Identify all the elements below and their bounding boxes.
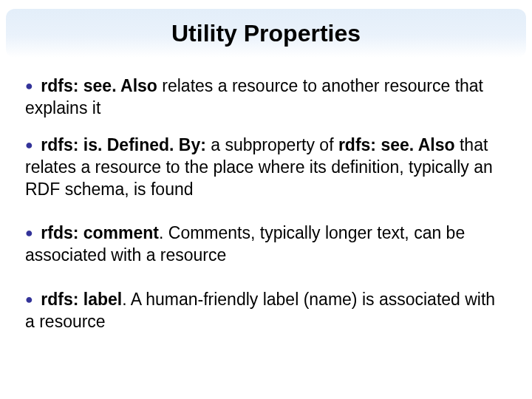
- list-item: ● rfds: comment. Comments, typically lon…: [25, 222, 507, 267]
- bullet-icon: ●: [25, 78, 33, 93]
- list-item: ● rdfs: see. Also relates a resource to …: [25, 75, 507, 120]
- bullet-icon: ●: [25, 225, 33, 240]
- title-bar: Utility Properties: [6, 9, 526, 58]
- list-item: ● rdfs: label. A human-friendly label (n…: [25, 289, 507, 333]
- list-item: ● rdfs: is. Defined. By: a subproperty o…: [25, 134, 507, 201]
- term: rdfs: label: [41, 290, 122, 309]
- content-area: ● rdfs: see. Also relates a resource to …: [0, 58, 532, 333]
- term: rdfs: is. Defined. By:: [41, 135, 206, 154]
- bullet-icon: ●: [25, 137, 33, 152]
- term: rfds: comment: [41, 223, 159, 242]
- bullet-icon: ●: [25, 292, 33, 307]
- term: rdfs: see. Also: [41, 76, 157, 95]
- slide-title: Utility Properties: [171, 20, 361, 47]
- term2: rdfs: see. Also: [338, 135, 455, 154]
- desc: a subproperty of: [206, 135, 338, 154]
